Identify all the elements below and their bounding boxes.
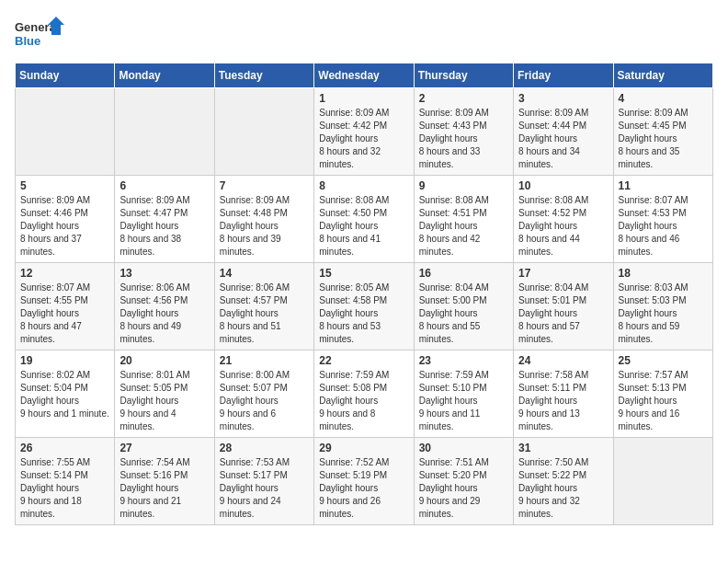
- day-cell: 14Sunrise: 8:06 AMSunset: 4:57 PMDayligh…: [214, 263, 313, 350]
- day-info: Sunrise: 8:05 AMSunset: 4:58 PMDaylight …: [319, 282, 408, 346]
- day-cell: 13Sunrise: 8:06 AMSunset: 4:56 PMDayligh…: [115, 263, 214, 350]
- weekday-header-wednesday: Wednesday: [314, 63, 414, 88]
- day-info: Sunrise: 8:09 AMSunset: 4:43 PMDaylight …: [419, 107, 508, 171]
- day-cell: 24Sunrise: 7:58 AMSunset: 5:11 PMDayligh…: [514, 350, 613, 438]
- day-cell: 11Sunrise: 8:07 AMSunset: 4:53 PMDayligh…: [613, 176, 712, 263]
- day-cell: 8Sunrise: 8:08 AMSunset: 4:50 PMDaylight…: [314, 176, 414, 263]
- day-info: Sunrise: 8:08 AMSunset: 4:51 PMDaylight …: [419, 194, 508, 259]
- weekday-header-tuesday: Tuesday: [214, 63, 313, 88]
- day-cell: 31Sunrise: 7:50 AMSunset: 5:22 PMDayligh…: [514, 438, 613, 525]
- day-number: 13: [119, 267, 209, 280]
- day-cell: 9Sunrise: 8:08 AMSunset: 4:51 PMDaylight…: [414, 176, 513, 263]
- day-number: 10: [518, 179, 608, 192]
- week-row-5: 26Sunrise: 7:55 AMSunset: 5:14 PMDayligh…: [16, 438, 713, 525]
- day-number: 11: [619, 179, 708, 192]
- day-number: 26: [20, 442, 109, 454]
- week-row-1: 1Sunrise: 8:09 AMSunset: 4:42 PMDaylight…: [16, 88, 713, 176]
- day-cell: 25Sunrise: 7:57 AMSunset: 5:13 PMDayligh…: [613, 350, 712, 438]
- day-cell: 6Sunrise: 8:09 AMSunset: 4:47 PMDaylight…: [115, 176, 214, 263]
- day-number: 14: [220, 267, 309, 280]
- day-cell: [115, 88, 214, 176]
- day-number: 21: [220, 354, 309, 367]
- day-number: 2: [419, 92, 508, 105]
- day-info: Sunrise: 7:59 AMSunset: 5:08 PMDaylight …: [319, 369, 408, 433]
- week-row-4: 19Sunrise: 8:02 AMSunset: 5:04 PMDayligh…: [16, 350, 713, 438]
- day-cell: 30Sunrise: 7:51 AMSunset: 5:20 PMDayligh…: [414, 438, 513, 525]
- day-info: Sunrise: 8:06 AMSunset: 4:56 PMDaylight …: [119, 282, 209, 346]
- day-info: Sunrise: 8:04 AMSunset: 5:00 PMDaylight …: [419, 282, 508, 346]
- day-number: 19: [20, 354, 109, 367]
- weekday-header-sunday: Sunday: [16, 63, 115, 88]
- day-info: Sunrise: 8:09 AMSunset: 4:44 PMDaylight …: [518, 107, 608, 171]
- day-info: Sunrise: 8:09 AMSunset: 4:48 PMDaylight …: [220, 194, 309, 259]
- day-number: 24: [518, 354, 608, 367]
- day-number: 5: [20, 179, 109, 192]
- day-number: 16: [419, 267, 508, 280]
- day-info: Sunrise: 7:59 AMSunset: 5:10 PMDaylight …: [419, 369, 508, 433]
- day-number: 3: [518, 92, 608, 105]
- page-header: General Blue: [15, 15, 713, 55]
- day-number: 20: [119, 354, 209, 367]
- day-cell: 21Sunrise: 8:00 AMSunset: 5:07 PMDayligh…: [214, 350, 313, 438]
- day-info: Sunrise: 8:09 AMSunset: 4:47 PMDaylight …: [119, 194, 209, 259]
- day-cell: 5Sunrise: 8:09 AMSunset: 4:46 PMDaylight…: [16, 176, 115, 263]
- day-number: 25: [619, 354, 708, 367]
- day-number: 8: [319, 179, 408, 192]
- day-cell: 3Sunrise: 8:09 AMSunset: 4:44 PMDaylight…: [514, 88, 613, 176]
- day-cell: [613, 438, 712, 525]
- day-cell: 20Sunrise: 8:01 AMSunset: 5:05 PMDayligh…: [115, 350, 214, 438]
- day-cell: [16, 88, 115, 176]
- day-number: 30: [419, 442, 508, 454]
- day-info: Sunrise: 8:09 AMSunset: 4:45 PMDaylight …: [619, 107, 708, 171]
- day-info: Sunrise: 7:57 AMSunset: 5:13 PMDaylight …: [619, 369, 708, 433]
- day-number: 7: [220, 179, 309, 192]
- day-cell: 16Sunrise: 8:04 AMSunset: 5:00 PMDayligh…: [414, 263, 513, 350]
- day-cell: 10Sunrise: 8:08 AMSunset: 4:52 PMDayligh…: [514, 176, 613, 263]
- day-info: Sunrise: 7:58 AMSunset: 5:11 PMDaylight …: [518, 369, 608, 433]
- day-number: 6: [119, 179, 209, 192]
- day-info: Sunrise: 8:07 AMSunset: 4:53 PMDaylight …: [619, 194, 708, 259]
- day-cell: 23Sunrise: 7:59 AMSunset: 5:10 PMDayligh…: [414, 350, 513, 438]
- day-info: Sunrise: 8:01 AMSunset: 5:05 PMDaylight …: [119, 369, 209, 433]
- day-info: Sunrise: 7:52 AMSunset: 5:19 PMDaylight …: [319, 456, 408, 521]
- day-number: 12: [20, 267, 109, 280]
- day-info: Sunrise: 7:50 AMSunset: 5:22 PMDaylight …: [518, 456, 608, 521]
- day-info: Sunrise: 8:07 AMSunset: 4:55 PMDaylight …: [20, 282, 109, 346]
- day-number: 28: [220, 442, 309, 454]
- day-cell: 1Sunrise: 8:09 AMSunset: 4:42 PMDaylight…: [314, 88, 414, 176]
- day-cell: 26Sunrise: 7:55 AMSunset: 5:14 PMDayligh…: [16, 438, 115, 525]
- day-cell: 29Sunrise: 7:52 AMSunset: 5:19 PMDayligh…: [314, 438, 414, 525]
- weekday-header-row: SundayMondayTuesdayWednesdayThursdayFrid…: [16, 63, 713, 88]
- day-number: 22: [319, 354, 408, 367]
- day-info: Sunrise: 7:54 AMSunset: 5:16 PMDaylight …: [119, 456, 209, 521]
- calendar-table: SundayMondayTuesdayWednesdayThursdayFrid…: [15, 63, 713, 525]
- day-cell: 19Sunrise: 8:02 AMSunset: 5:04 PMDayligh…: [16, 350, 115, 438]
- day-info: Sunrise: 8:03 AMSunset: 5:03 PMDaylight …: [619, 282, 708, 346]
- day-number: 17: [518, 267, 608, 280]
- day-cell: 18Sunrise: 8:03 AMSunset: 5:03 PMDayligh…: [613, 263, 712, 350]
- day-number: 29: [319, 442, 408, 454]
- day-cell: 22Sunrise: 7:59 AMSunset: 5:08 PMDayligh…: [314, 350, 414, 438]
- day-cell: 28Sunrise: 7:53 AMSunset: 5:17 PMDayligh…: [214, 438, 313, 525]
- day-cell: [214, 88, 313, 176]
- day-cell: 7Sunrise: 8:09 AMSunset: 4:48 PMDaylight…: [214, 176, 313, 263]
- day-cell: 17Sunrise: 8:04 AMSunset: 5:01 PMDayligh…: [514, 263, 613, 350]
- day-number: 9: [419, 179, 508, 192]
- day-info: Sunrise: 8:09 AMSunset: 4:46 PMDaylight …: [20, 194, 109, 259]
- weekday-header-monday: Monday: [115, 63, 214, 88]
- day-info: Sunrise: 8:08 AMSunset: 4:52 PMDaylight …: [518, 194, 608, 259]
- day-cell: 4Sunrise: 8:09 AMSunset: 4:45 PMDaylight…: [613, 88, 712, 176]
- logo: General Blue: [15, 15, 65, 55]
- day-number: 15: [319, 267, 408, 280]
- day-cell: 12Sunrise: 8:07 AMSunset: 4:55 PMDayligh…: [16, 263, 115, 350]
- day-number: 23: [419, 354, 508, 367]
- day-number: 1: [319, 92, 408, 105]
- day-cell: 2Sunrise: 8:09 AMSunset: 4:43 PMDaylight…: [414, 88, 513, 176]
- day-cell: 15Sunrise: 8:05 AMSunset: 4:58 PMDayligh…: [314, 263, 414, 350]
- day-cell: 27Sunrise: 7:54 AMSunset: 5:16 PMDayligh…: [115, 438, 214, 525]
- weekday-header-friday: Friday: [514, 63, 613, 88]
- day-number: 31: [518, 442, 608, 454]
- day-info: Sunrise: 8:06 AMSunset: 4:57 PMDaylight …: [220, 282, 309, 346]
- day-info: Sunrise: 8:09 AMSunset: 4:42 PMDaylight …: [319, 107, 408, 171]
- day-number: 18: [619, 267, 708, 280]
